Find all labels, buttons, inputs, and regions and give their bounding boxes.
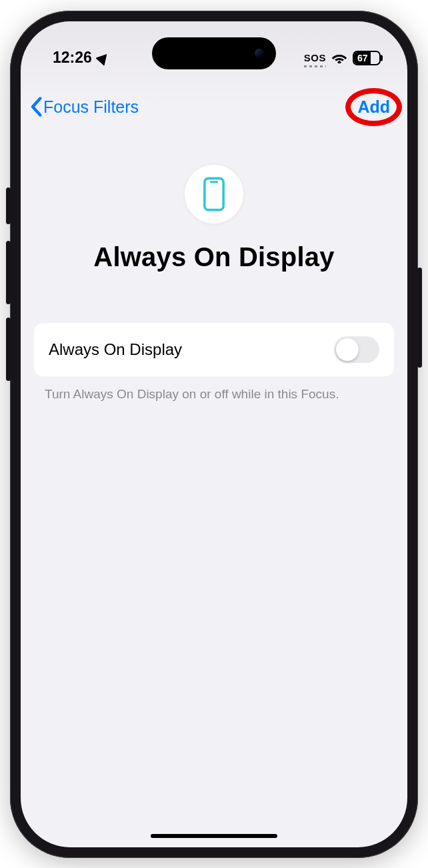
screen: 12:26 SOS 67 Focus Filters Add (21, 21, 407, 847)
svg-rect-0 (205, 178, 223, 209)
location-icon (95, 50, 111, 66)
wifi-icon (331, 52, 347, 64)
status-time: 12:26 (53, 49, 92, 67)
phone-outline-icon (202, 177, 226, 211)
power-button (417, 268, 422, 368)
feature-icon-container (185, 165, 243, 224)
dynamic-island (152, 37, 276, 69)
phone-frame: 12:26 SOS 67 Focus Filters Add (10, 11, 418, 858)
side-button (6, 187, 11, 224)
page-title: Always On Display (93, 242, 334, 272)
navigation-bar: Focus Filters Add (21, 73, 407, 131)
setting-label: Always On Display (49, 340, 182, 359)
chevron-left-icon (30, 97, 42, 117)
add-button[interactable]: Add (352, 93, 395, 121)
add-label: Add (357, 97, 390, 116)
battery-icon: 67 (353, 51, 381, 65)
aod-toggle[interactable] (334, 336, 379, 363)
volume-up-button (6, 241, 11, 304)
back-button[interactable]: Focus Filters (30, 97, 139, 117)
sos-indicator: SOS (304, 52, 326, 63)
battery-level: 67 (354, 52, 371, 64)
footer-description: Turn Always On Display on or off while i… (45, 387, 383, 402)
toggle-knob (336, 338, 359, 361)
volume-down-button (6, 318, 11, 381)
home-indicator[interactable] (151, 834, 277, 838)
back-label: Focus Filters (43, 97, 139, 117)
page-header: Always On Display (21, 131, 407, 299)
setting-row-aod: Always On Display (34, 323, 394, 376)
